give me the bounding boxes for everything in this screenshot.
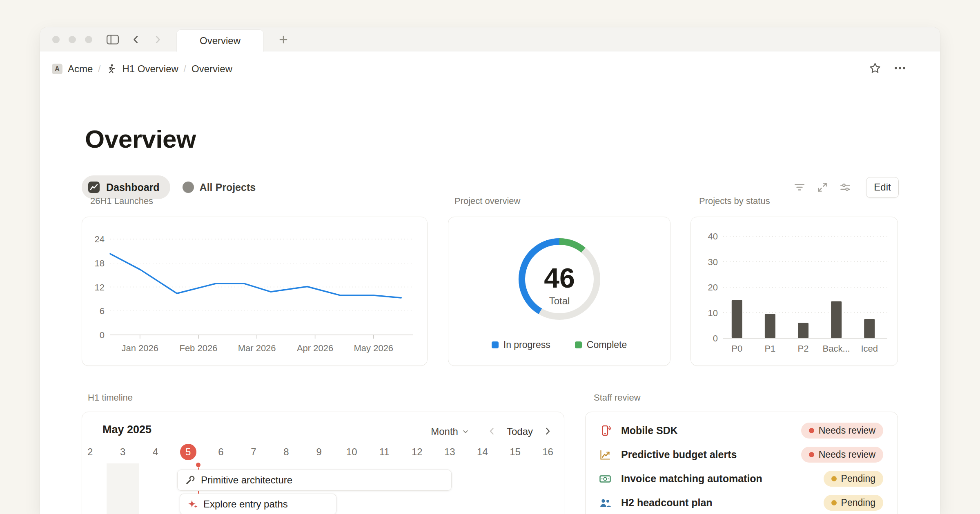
calendar-day-13: 13 xyxy=(433,444,466,460)
timeline-today-button[interactable]: Today xyxy=(507,426,533,437)
expand-icon xyxy=(816,181,829,193)
page-title: Overview xyxy=(85,124,196,153)
window-tab-overview[interactable]: Overview xyxy=(177,30,263,52)
breadcrumb-separator: / xyxy=(98,64,100,74)
calendar-day-11: 11 xyxy=(368,444,401,460)
section-label-timeline: H1 timeline xyxy=(88,392,133,403)
people-icon xyxy=(599,497,611,509)
staff-page-link[interactable]: Mobile SDK xyxy=(621,425,801,436)
donut-legend: In progressComplete xyxy=(448,339,670,350)
sidebar-toggle-button[interactable] xyxy=(105,32,120,47)
calendar-day-5: 5 xyxy=(172,444,205,460)
staff-page-link[interactable]: Invoice matching automation xyxy=(621,473,824,485)
calendar-day-15: 15 xyxy=(499,444,532,460)
status-badge[interactable]: Pending xyxy=(824,471,883,487)
breadcrumb-item-workspace[interactable]: Acme xyxy=(68,63,93,75)
staff-review-list: Mobile SDKNeeds reviewPredictive budget … xyxy=(586,412,898,514)
invoice-icon xyxy=(599,473,611,485)
traffic-light-zoom[interactable] xyxy=(85,36,92,43)
tab-dashboard-label: Dashboard xyxy=(106,182,160,193)
status-label: Pending xyxy=(841,497,875,508)
svg-text:0: 0 xyxy=(100,330,105,340)
svg-text:Feb 2026: Feb 2026 xyxy=(179,343,217,353)
status-badge[interactable]: Pending xyxy=(824,495,883,511)
today-badge: 5 xyxy=(180,444,196,460)
legend-swatch xyxy=(492,341,499,348)
staff-review-card: Mobile SDKNeeds reviewPredictive budget … xyxy=(585,412,898,514)
workspace-avatar[interactable]: A xyxy=(52,64,62,74)
calendar-day-12: 12 xyxy=(401,444,433,460)
budget-chart-icon xyxy=(599,449,611,461)
timeline-next-button[interactable] xyxy=(543,426,552,437)
chevron-right-icon xyxy=(152,34,163,45)
tab-all-projects-label: All Projects xyxy=(200,182,256,193)
page-actions xyxy=(869,62,906,75)
legend-item: In progress xyxy=(492,339,550,350)
svg-text:12: 12 xyxy=(95,282,105,292)
status-bar-chart: 010203040P0P1P2Back...Iced xyxy=(691,217,898,366)
status-dot xyxy=(831,476,837,481)
timeline-prev-button[interactable] xyxy=(487,426,497,437)
staff-page-link[interactable]: H2 headcount plan xyxy=(621,497,824,509)
chevron-right-icon xyxy=(543,426,552,436)
edit-button[interactable]: Edit xyxy=(866,177,899,198)
plus-icon xyxy=(278,34,289,45)
svg-text:0: 0 xyxy=(713,333,718,343)
svg-text:Jan 2026: Jan 2026 xyxy=(121,343,158,353)
status-badge[interactable]: Needs review xyxy=(801,447,883,463)
calendar-day-9: 9 xyxy=(303,444,335,460)
sparkle-icon xyxy=(187,499,198,510)
all-projects-icon xyxy=(183,182,194,193)
status-badge[interactable]: Needs review xyxy=(801,423,883,439)
project-overview-card: 46Total In progressComplete xyxy=(448,217,670,366)
breadcrumb-separator: / xyxy=(184,64,186,74)
forward-button[interactable] xyxy=(150,32,165,47)
timeline-month-title: May 2025 xyxy=(102,423,151,436)
view-settings-button[interactable] xyxy=(839,181,851,193)
section-label-launches: 26H1 Launches xyxy=(90,196,153,206)
breadcrumb: A Acme / H1 Overview / Overview xyxy=(52,61,232,76)
calendar-day-14: 14 xyxy=(466,444,499,460)
traffic-light-minimize[interactable] xyxy=(69,36,76,43)
breadcrumb-item-current[interactable]: Overview xyxy=(192,63,232,75)
svg-text:May 2026: May 2026 xyxy=(354,343,393,353)
timeline-item[interactable]: Primitive architecture xyxy=(177,470,452,491)
expand-button[interactable] xyxy=(816,181,829,193)
window-tab-bar: Overview xyxy=(40,27,940,51)
svg-text:P0: P0 xyxy=(731,343,742,354)
traffic-light-close[interactable] xyxy=(52,36,60,43)
view-mode-dropdown[interactable]: Month xyxy=(431,426,469,437)
staff-page-link[interactable]: Predictive budget alerts xyxy=(621,449,801,461)
more-options-button[interactable] xyxy=(893,62,906,75)
breadcrumb-item-parent[interactable]: H1 Overview xyxy=(122,63,178,75)
staff-review-row: H2 headcount planPending xyxy=(586,491,898,514)
status-label: Needs review xyxy=(819,425,875,436)
svg-text:24: 24 xyxy=(95,234,105,244)
view-mode-label: Month xyxy=(431,426,458,437)
back-button[interactable] xyxy=(129,32,143,47)
timeline-item[interactable]: Explore entry paths xyxy=(180,494,336,514)
sliders-icon xyxy=(839,181,851,193)
section-label-project-overview: Project overview xyxy=(454,196,520,206)
star-icon xyxy=(869,62,881,74)
filter-button[interactable] xyxy=(793,181,806,193)
status-dot xyxy=(809,428,814,433)
calendar-day-7: 7 xyxy=(237,444,270,460)
status-dot xyxy=(809,452,814,457)
tab-all-projects[interactable]: All Projects xyxy=(183,182,256,193)
status-dot xyxy=(831,500,837,505)
favorite-star-button[interactable] xyxy=(869,62,881,74)
svg-text:46: 46 xyxy=(544,262,575,293)
calendar-day-4: 4 xyxy=(139,444,172,460)
new-tab-button[interactable] xyxy=(276,32,291,47)
filter-icon xyxy=(793,181,806,193)
timeline-controls: Month Today xyxy=(431,423,552,440)
svg-text:6: 6 xyxy=(100,306,105,316)
app-window: Overview A Acme / H1 Overview / Overview… xyxy=(40,27,940,514)
svg-text:P2: P2 xyxy=(798,343,809,354)
sidebar-icon xyxy=(106,34,119,45)
section-label-projects-by-status: Projects by status xyxy=(699,196,770,206)
svg-text:Iced: Iced xyxy=(861,343,878,354)
tab-label: Overview xyxy=(200,35,241,47)
staff-review-row: Predictive budget alertsNeeds review xyxy=(586,443,898,467)
